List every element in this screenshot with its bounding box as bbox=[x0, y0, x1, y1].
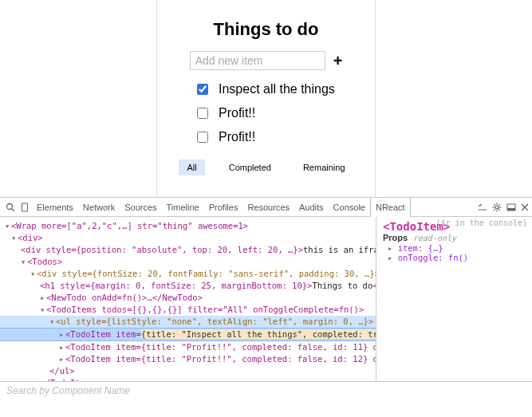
filter-row: All Completed Remaining bbox=[171, 159, 361, 175]
tree-node[interactable]: <div style={fontSize: 20, fontFamily: "s… bbox=[37, 269, 376, 278]
inspect-icon[interactable] bbox=[3, 203, 18, 212]
todo-checkbox[interactable] bbox=[197, 132, 208, 143]
tree-node[interactable]: <Wrap more=["a",2,"c",…] str="thing" awe… bbox=[11, 221, 248, 230]
tab-nreact[interactable]: NReact bbox=[370, 198, 411, 217]
rendered-app-area: Things to do + Inspect all the things Pr… bbox=[0, 0, 532, 197]
tree-node[interactable]: <div> bbox=[18, 233, 43, 242]
add-todo-plus-icon[interactable]: + bbox=[333, 53, 343, 69]
tree-node-selected[interactable]: <TodoItem item= bbox=[65, 329, 141, 339]
dock-icon[interactable] bbox=[506, 203, 516, 211]
tree-node[interactable]: </ul> bbox=[49, 366, 75, 376]
component-tree[interactable]: ▾<Wrap more=["a",2,"c",…] str="thing" aw… bbox=[0, 217, 376, 381]
devtools: Elements Network Sources Timeline Profil… bbox=[0, 197, 532, 399]
app-frame: Things to do + Inspect all the things Pr… bbox=[156, 0, 376, 197]
devtools-toolbar: Elements Network Sources Timeline Profil… bbox=[0, 198, 532, 217]
devtools-panels: ▾<Wrap more=["a",2,"c",…] str="thing" aw… bbox=[0, 217, 532, 381]
svg-line-1 bbox=[12, 209, 14, 211]
todo-label: Inspect all the things bbox=[219, 82, 335, 96]
filter-remaining[interactable]: Remaining bbox=[295, 159, 353, 175]
tree-node[interactable]: <TodoItems todos=[{},{},{}] filter="All"… bbox=[46, 305, 364, 314]
filter-all[interactable]: All bbox=[179, 159, 204, 175]
tab-timeline[interactable]: Timeline bbox=[162, 198, 204, 217]
todo-checkbox[interactable] bbox=[197, 108, 208, 119]
todo-list: Inspect all the things Profit!! Profit!! bbox=[194, 81, 361, 145]
svg-point-0 bbox=[7, 203, 13, 209]
tab-audits[interactable]: Audits bbox=[294, 198, 329, 217]
filter-completed[interactable]: Completed bbox=[221, 159, 279, 175]
props-readonly-note: read-only bbox=[413, 234, 456, 242]
tree-node[interactable]: <ul style={listStyle: "none", textAlign:… bbox=[56, 317, 373, 326]
svg-rect-14 bbox=[507, 208, 515, 210]
add-todo-row: + bbox=[171, 51, 361, 70]
console-hint: ($r in the console) bbox=[436, 218, 527, 227]
prop-item[interactable]: item: {…} bbox=[398, 243, 443, 253]
tree-node[interactable]: <TodoItem item={title: "Profit!!", compl… bbox=[65, 342, 376, 352]
gear-icon[interactable] bbox=[492, 203, 502, 212]
todo-label: Profit!! bbox=[219, 106, 255, 120]
close-icon[interactable] bbox=[521, 203, 529, 211]
app-title: Things to do bbox=[171, 19, 361, 40]
tab-profiles[interactable]: Profiles bbox=[204, 198, 243, 217]
tab-sources[interactable]: Sources bbox=[120, 198, 161, 217]
tab-network[interactable]: Network bbox=[78, 198, 120, 217]
devtools-tabs: Elements Network Sources Timeline Profil… bbox=[32, 198, 411, 217]
tree-node[interactable]: <TodoItem item={title: "Profit!!", compl… bbox=[65, 354, 376, 364]
add-todo-input[interactable] bbox=[190, 51, 325, 70]
svg-line-12 bbox=[499, 204, 499, 205]
tree-node[interactable]: <div style={position: "absolute", top: 2… bbox=[21, 245, 303, 254]
tree-node[interactable]: <h1 style={margin: 0, fontSize: 25, marg… bbox=[40, 281, 312, 290]
tree-node[interactable]: </TodoItems> bbox=[40, 378, 100, 381]
toolbar-right-icons bbox=[478, 203, 529, 212]
tab-console[interactable]: Console bbox=[329, 198, 370, 217]
svg-line-11 bbox=[494, 209, 495, 210]
device-icon[interactable] bbox=[18, 203, 32, 212]
svg-line-10 bbox=[499, 209, 499, 210]
component-search-bar bbox=[0, 381, 532, 399]
component-search-input[interactable] bbox=[5, 384, 527, 397]
svg-line-9 bbox=[494, 204, 495, 205]
prop-ontoggle[interactable]: onToggle: fn() bbox=[398, 253, 469, 262]
svg-rect-2 bbox=[22, 203, 28, 211]
tree-node[interactable]: <NewTodo onAdd=fn()>…</NewTodo> bbox=[46, 293, 203, 302]
tab-resources[interactable]: Resources bbox=[242, 198, 294, 217]
todo-checkbox[interactable] bbox=[197, 84, 208, 95]
props-panel: ($r in the console) <TodoItem> Props rea… bbox=[376, 217, 532, 381]
todo-item: Inspect all the things bbox=[194, 81, 361, 97]
drawer-icon[interactable] bbox=[478, 203, 487, 211]
tree-node[interactable]: <Todos> bbox=[27, 257, 62, 266]
todo-item: Profit!! bbox=[194, 129, 361, 145]
tab-elements[interactable]: Elements bbox=[32, 198, 78, 217]
todo-item: Profit!! bbox=[194, 105, 361, 121]
svg-point-4 bbox=[495, 206, 499, 209]
props-heading: Props bbox=[383, 233, 408, 242]
todo-label: Profit!! bbox=[219, 130, 255, 144]
